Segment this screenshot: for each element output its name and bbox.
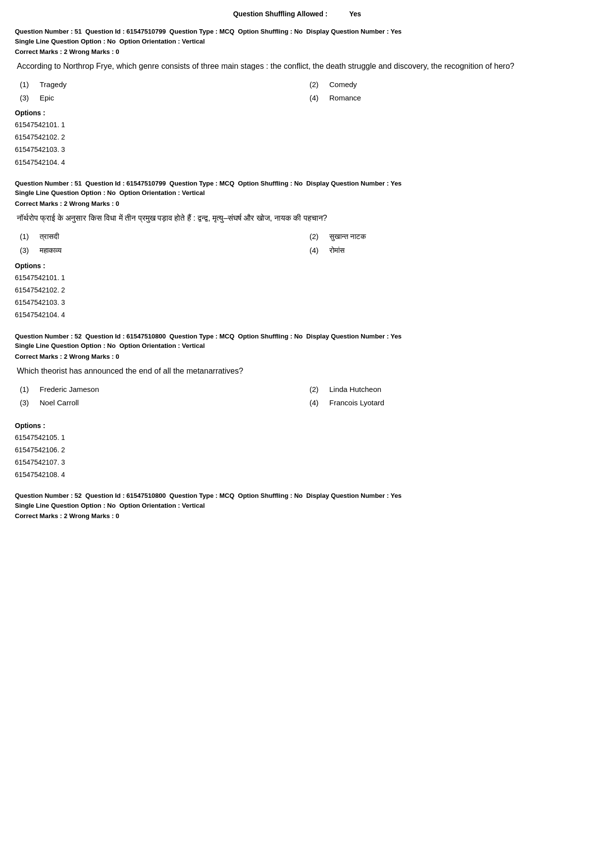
option-num-hi-4: (4)	[309, 246, 321, 254]
question-text-51-hi: नॉर्थरोप फ्राई के अनुसार किस विधा में ती…	[17, 212, 599, 224]
option-code-52-2: 61547542106. 2	[15, 444, 599, 456]
option-num-4: (4)	[309, 94, 321, 102]
option-code-52-1: 61547542105. 1	[15, 432, 599, 444]
option-3-52-en: (3) Noel Carroll	[20, 398, 309, 407]
option-1-51-en: (1) Tragedy	[20, 80, 309, 89]
option-text-52-4: Francois Lyotard	[329, 398, 384, 407]
question-meta-51-en: Question Number : 51 Question Id : 61547…	[15, 27, 599, 46]
marks-51-en: Correct Marks : 2 Wrong Marks : 0	[15, 48, 599, 55]
option-2-52-en: (2) Linda Hutcheon	[309, 385, 599, 393]
option-4-51-hi: (4) रोमांस	[309, 246, 599, 255]
marks-52-hi: Correct Marks : 2 Wrong Marks : 0	[15, 512, 599, 520]
option-code-3: 61547542103. 3	[15, 144, 599, 156]
option-text-hi-3: महाकाव्य	[40, 246, 61, 255]
options-grid-51-hi: (1) त्रासदी (2) सुखान्त नाटक (3) महाकाव्…	[20, 232, 599, 255]
option-num-52-3: (3)	[20, 398, 32, 407]
shuffling-value: Yes	[349, 10, 361, 18]
option-num-hi-1: (1)	[20, 232, 32, 241]
option-code-hi-2: 61547542102. 2	[15, 284, 599, 296]
question-block-52-hi: Question Number : 52 Question Id : 61547…	[15, 491, 599, 520]
option-code-hi-3: 61547542103. 3	[15, 296, 599, 309]
option-code-hi-4: 61547542104. 4	[15, 309, 599, 321]
option-4-51-en: (4) Romance	[309, 94, 599, 102]
option-text-hi-4: रोमांस	[329, 246, 345, 255]
option-text-3: Epic	[40, 94, 54, 102]
question-text-51-en: According to Northrop Frye, which genre …	[17, 60, 599, 72]
options-list-51-hi: 61547542101. 1 61547542102. 2 6154754210…	[15, 272, 599, 322]
option-code-4: 61547542104. 4	[15, 156, 599, 169]
option-1-51-hi: (1) त्रासदी	[20, 232, 309, 241]
option-num-3: (3)	[20, 94, 32, 102]
marks-52-en: Correct Marks : 2 Wrong Marks : 0	[15, 353, 599, 360]
question-meta-51-hi: Question Number : 51 Question Id : 61547…	[15, 179, 599, 198]
option-code-hi-1: 61547542101. 1	[15, 272, 599, 284]
question-block-51-hi: Question Number : 51 Question Id : 61547…	[15, 179, 599, 322]
option-text-52-2: Linda Hutcheon	[329, 385, 381, 393]
option-text-hi-1: त्रासदी	[40, 232, 59, 241]
option-num-52-4: (4)	[309, 398, 321, 407]
option-text-52-1: Frederic Jameson	[40, 385, 99, 393]
question-text-52-en: Which theorist has announced the end of …	[17, 365, 599, 377]
question-meta-52-hi: Question Number : 52 Question Id : 61547…	[15, 491, 599, 510]
option-num-52-1: (1)	[20, 385, 32, 393]
question-block-51-en: Question Number : 51 Question Id : 61547…	[15, 27, 599, 169]
option-text-52-3: Noel Carroll	[40, 398, 79, 407]
option-4-52-en: (4) Francois Lyotard	[309, 398, 599, 407]
option-num-52-2: (2)	[309, 385, 321, 393]
options-list-52-en: 61547542105. 1 61547542106. 2 6154754210…	[15, 432, 599, 482]
options-label-52-en: Options :	[15, 422, 599, 430]
option-num-hi-3: (3)	[20, 246, 32, 254]
option-code-1: 61547542101. 1	[15, 119, 599, 131]
option-code-2: 61547542102. 2	[15, 131, 599, 144]
question-block-52-en: Question Number : 52 Question Id : 61547…	[15, 332, 599, 482]
header-row: Question Shuffling Allowed : Yes	[15, 10, 599, 18]
option-2-51-en: (2) Comedy	[309, 80, 599, 89]
options-grid-51-en: (1) Tragedy (2) Comedy (3) Epic (4) Roma…	[20, 80, 599, 102]
options-label-51-en: Options :	[15, 109, 599, 117]
option-text-1: Tragedy	[40, 80, 66, 89]
option-text-2: Comedy	[329, 80, 357, 89]
option-1-52-en: (1) Frederic Jameson	[20, 385, 309, 393]
option-3-51-hi: (3) महाकाव्य	[20, 246, 309, 255]
option-2-51-hi: (2) सुखान्त नाटक	[309, 232, 599, 241]
options-list-51-en: 61547542101. 1 61547542102. 2 6154754210…	[15, 119, 599, 169]
option-text-4: Romance	[329, 94, 361, 102]
marks-51-hi: Correct Marks : 2 Wrong Marks : 0	[15, 200, 599, 207]
option-code-52-4: 61547542108. 4	[15, 469, 599, 481]
option-text-hi-2: सुखान्त नाटक	[329, 232, 366, 241]
shuffling-label: Question Shuffling Allowed :	[233, 10, 328, 18]
option-code-52-3: 61547542107. 3	[15, 456, 599, 469]
option-num-2: (2)	[309, 80, 321, 89]
option-3-51-en: (3) Epic	[20, 94, 309, 102]
option-num-hi-2: (2)	[309, 232, 321, 241]
question-meta-52-en: Question Number : 52 Question Id : 61547…	[15, 332, 599, 351]
options-label-51-hi: Options :	[15, 262, 599, 270]
option-num-1: (1)	[20, 80, 32, 89]
options-grid-52-en: (1) Frederic Jameson (2) Linda Hutcheon …	[20, 385, 599, 407]
